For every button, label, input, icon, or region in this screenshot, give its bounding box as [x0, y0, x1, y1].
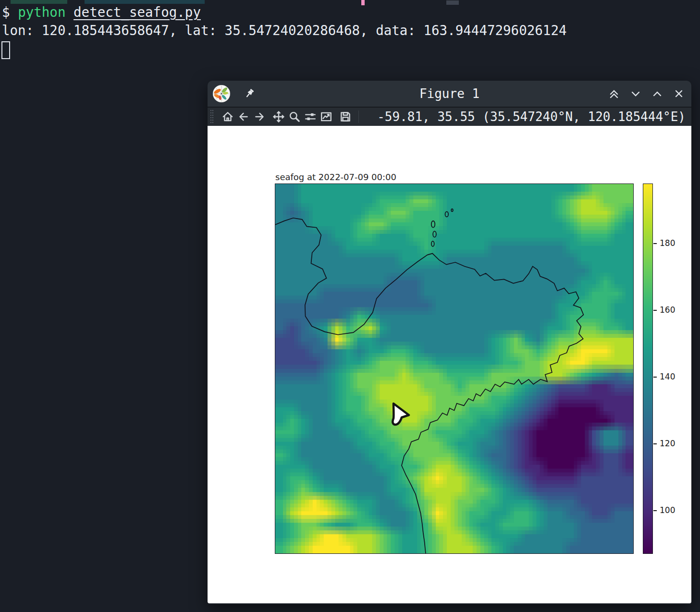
coastline-path	[275, 218, 583, 553]
shade-button[interactable]	[630, 88, 641, 99]
double-chevron-up-icon	[608, 88, 620, 99]
command-text: python	[18, 4, 65, 20]
pan-move-icon	[272, 110, 285, 123]
floppy-save-icon	[339, 110, 352, 123]
chevron-up-icon	[651, 88, 663, 99]
arrow-right-icon	[253, 110, 266, 123]
figure-canvas: seafog at 2022-07-09 00:00 1801601401201…	[208, 126, 691, 603]
mouse-cursor-icon	[390, 401, 412, 428]
terminal-output-line: lon: 120.185443658647, lat: 35.547240202…	[2, 23, 567, 38]
colorbar-tick-mark	[653, 377, 657, 378]
prompt-symbol: $	[2, 4, 10, 20]
previous-line-fragment	[446, 0, 459, 5]
close-button[interactable]	[673, 88, 685, 99]
magnifier-icon	[288, 110, 301, 123]
toolbar-zoom-button[interactable]	[287, 109, 302, 124]
line-chart-icon	[320, 110, 332, 123]
island-outline	[445, 212, 449, 217]
colorbar-tick-mark	[653, 510, 657, 511]
previous-line-fragment	[361, 0, 365, 5]
toolbar-forward-button[interactable]	[252, 109, 267, 124]
figure-window: Figure 1	[208, 81, 691, 604]
colorbar-tick-mark	[653, 443, 657, 444]
chevron-down-icon	[630, 88, 641, 99]
colorbar-tick-label: 160	[660, 305, 675, 315]
previous-line-fragment	[85, 0, 205, 4]
colorbar-tick-label: 140	[660, 372, 675, 381]
toolbar-subplots-button[interactable]	[303, 109, 318, 124]
close-icon	[673, 88, 685, 99]
colorbar-ticks: 180160140120100	[653, 184, 687, 554]
island-outline	[431, 221, 435, 228]
colorbar-tick-label: 100	[660, 505, 675, 515]
toolbar-drag-handle[interactable]	[209, 109, 215, 125]
island-outline	[451, 209, 453, 211]
window-controls	[608, 81, 685, 107]
island-outline	[431, 241, 434, 246]
window-titlebar[interactable]: Figure 1	[208, 81, 691, 107]
arrow-left-icon	[237, 110, 250, 123]
coastline-overlay	[275, 184, 633, 553]
maximize-button[interactable]	[651, 88, 663, 99]
toolbar-customize-button[interactable]	[319, 109, 333, 124]
keep-above-button[interactable]	[608, 88, 620, 99]
toolbar-pan-button[interactable]	[271, 109, 286, 124]
terminal-cursor	[1, 41, 10, 59]
colorbar-tick-mark	[653, 310, 657, 311]
previous-line-fragment	[11, 0, 67, 4]
colorbar	[643, 184, 653, 554]
figure-toolbar: -59.81, 35.55 (35.547240°N, 120.185444°E…	[208, 107, 691, 126]
command-argument: detect_seafog.py	[74, 4, 201, 20]
toolbar-separator	[358, 110, 359, 123]
toolbar-save-button[interactable]	[338, 109, 353, 124]
sliders-icon	[304, 110, 317, 123]
terminal-command-line: $ python detect_seafog.py	[2, 4, 201, 20]
colorbar-gradient	[643, 184, 652, 553]
toolbar-back-button[interactable]	[236, 109, 251, 124]
colorbar-tick-label: 120	[660, 439, 675, 448]
home-icon	[221, 110, 234, 123]
cursor-position-readout: -59.81, 35.55 (35.547240°N, 120.185444°E…	[377, 110, 691, 124]
map-axes[interactable]	[275, 184, 634, 554]
colorbar-tick-mark	[653, 243, 657, 244]
colorbar-tick-label: 180	[660, 238, 675, 248]
terminal: $ python detect_seafog.py lon: 120.18544…	[0, 0, 700, 81]
island-outline	[433, 231, 436, 237]
toolbar-home-button[interactable]	[221, 109, 235, 124]
plot-title: seafog at 2022-07-09 00:00	[275, 172, 396, 182]
